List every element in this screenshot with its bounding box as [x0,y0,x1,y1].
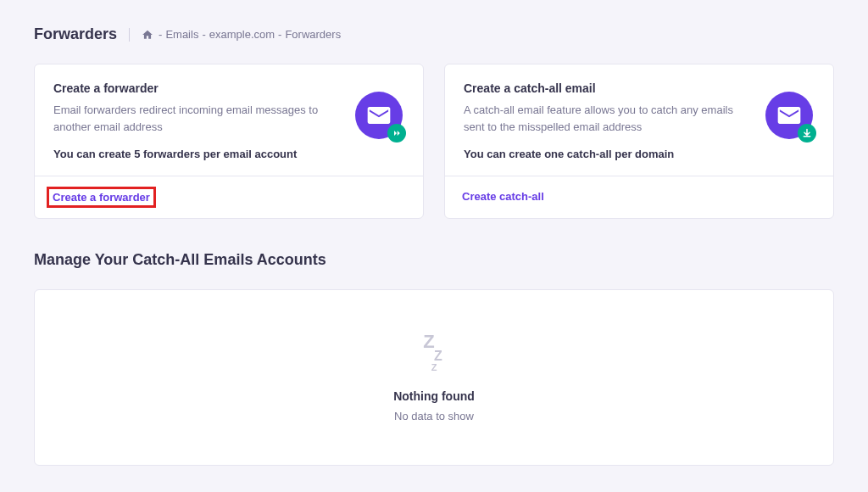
mail-icon [367,107,391,124]
empty-state-title: Nothing found [393,389,475,403]
card-icon [765,92,813,139]
card-footer: Create a forwarder [35,176,423,218]
card-desc: A catch-all email feature allows you to … [464,102,735,136]
empty-state-subtitle: No data to show [394,410,474,422]
create-catchall-button[interactable]: Create catch-all [457,187,549,206]
section-title-manage: Manage Your Catch-All Emails Accounts [34,251,834,269]
breadcrumb: - Emails - example.com - Forwarders [142,28,341,41]
sleep-icon: Z Z Z [424,333,444,372]
home-icon[interactable] [142,29,153,41]
breadcrumb-sep: - [278,28,281,41]
card-desc: Email forwarders redirect incoming email… [53,102,325,136]
catchall-accounts-panel: Z Z Z Nothing found No data to show [34,289,834,466]
card-title: Create a catch-all email [464,81,815,95]
card-limit: You can create 5 forwarders per email ac… [53,148,404,160]
mail-catchall-icon [765,92,813,139]
card-limit: You can create one catch-all per domain [464,148,815,160]
cards-row: Create a forwarder Email forwarders redi… [34,64,834,219]
breadcrumb-current: Forwarders [285,28,341,41]
card-title: Create a forwarder [53,81,404,95]
breadcrumb-domain[interactable]: example.com [209,28,275,41]
breadcrumb-divider [129,28,130,42]
card-body: Create a catch-all email A catch-all ema… [445,64,833,176]
create-forwarder-button[interactable]: Create a forwarder [47,187,156,208]
download-badge-icon [798,124,816,143]
page-title: Forwarders [34,25,117,43]
breadcrumb-emails[interactable]: Emails [165,28,198,41]
card-body: Create a forwarder Email forwarders redi… [35,64,423,176]
forward-badge-icon [387,124,406,143]
breadcrumb-sep: - [202,28,205,41]
mail-icon [777,107,801,124]
card-create-catchall: Create a catch-all email A catch-all ema… [444,64,834,219]
card-create-forwarder: Create a forwarder Email forwarders redi… [34,64,424,219]
card-icon [355,92,403,139]
breadcrumb-sep: - [159,28,162,41]
card-footer: Create catch-all [445,176,833,216]
page-header: Forwarders - Emails - example.com - Forw… [34,25,834,43]
mail-forward-icon [355,92,403,139]
